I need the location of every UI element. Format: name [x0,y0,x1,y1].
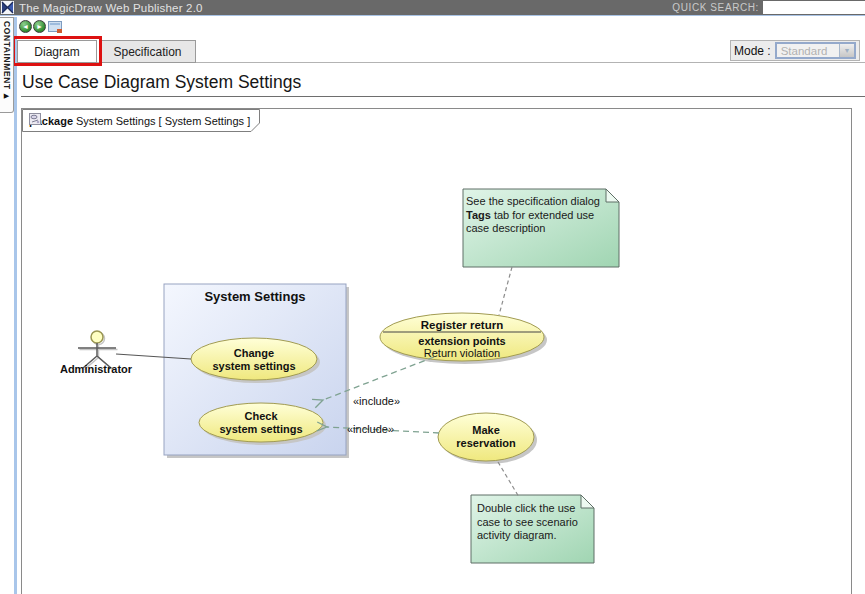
note-top-text: See the specification dialog Tags tab fo… [466,195,618,236]
note-top-line1: See the specification dialog [466,195,618,209]
note-bottom-text: Double click the use case to see scenari… [477,502,593,543]
forward-button[interactable]: ► [33,20,46,33]
use-case-check-line2: system settings [199,423,323,436]
package-name-post: System Settings ] [165,115,251,127]
use-case-change-line1: Change [188,347,320,360]
package-name-pre: System Settings [ [76,115,162,127]
tab-specification-label: Specification [113,45,181,59]
panel-icon [50,23,60,25]
title-bar: The MagicDraw Web Publisher 2.0 QUICK SE… [0,0,865,16]
magicdraw-logo-icon [1,1,14,14]
actor-administrator-label: Administrator [44,363,148,376]
back-button[interactable]: ◄ [19,20,32,33]
forward-icon: ► [36,23,43,30]
use-case-change-label: Change system settings [188,347,320,373]
include-stereotype-label-1: «include» [353,395,415,408]
package-header: package System Settings [ System Setting… [29,113,250,128]
diagram-frame: package System Settings [ System Setting… [21,108,852,594]
note-bottom-line2: case to see scenario [477,516,593,530]
app-title: The MagicDraw Web Publisher 2.0 [19,2,203,14]
note-top-line2-bold: Tags [466,209,491,221]
heading-rule [21,96,865,97]
chevron-down-icon: ▼ [839,44,854,57]
quick-search-label: QUICK SEARCH: [672,2,759,13]
use-case-register-return-label: Register return [378,319,546,332]
show-containment-button[interactable] [48,21,62,32]
mode-select[interactable]: Standard ▼ [775,42,856,59]
mode-selected-value: Standard [777,45,839,57]
containment-panel-tab[interactable]: CONTAINMENT ▶ [0,17,14,113]
note-bottom-anchor-line [498,462,519,497]
quick-search-input[interactable] [763,1,865,14]
use-case-make-line2: reservation [436,437,536,450]
page-title: Use Case Diagram System Settings [22,72,301,93]
magicdraw-web-publisher-window: The MagicDraw Web Publisher 2.0 QUICK SE… [0,0,865,594]
include-stereotype-label-2: «include» [347,423,409,436]
note-bottom-line1: Double click the use [477,502,593,516]
use-case-make-label: Make reservation [436,424,536,450]
system-settings-box-title: System Settings [164,290,346,303]
containment-panel-label: CONTAINMENT [2,21,12,90]
note-top-line2: Tags tab for extended use [466,209,618,223]
use-case-check-label: Check system settings [199,410,323,436]
note-top-anchor-line [499,267,512,315]
panel-splitter[interactable] [14,17,17,594]
note-top-line2-rest: tab for extended use [491,209,594,221]
tab-specification[interactable]: Specification [99,40,196,63]
annotation-highlight-rect [12,36,102,66]
note-top-line3: case description [466,222,618,236]
mode-label: Mode : [734,44,771,58]
use-case-make-line1: Make [436,424,536,437]
note-bottom-line3: activity diagram. [477,529,593,543]
panel-icon-accent [57,29,62,33]
expand-arrow-icon: ▶ [4,92,9,100]
use-case-change-line2: system settings [188,360,320,373]
extension-point-value: Return violation [378,347,546,360]
use-case-check-line1: Check [199,410,323,423]
back-icon: ◄ [22,23,29,30]
use-case-diagram-icon [29,113,41,125]
mode-panel: Mode : Standard ▼ [730,40,860,61]
